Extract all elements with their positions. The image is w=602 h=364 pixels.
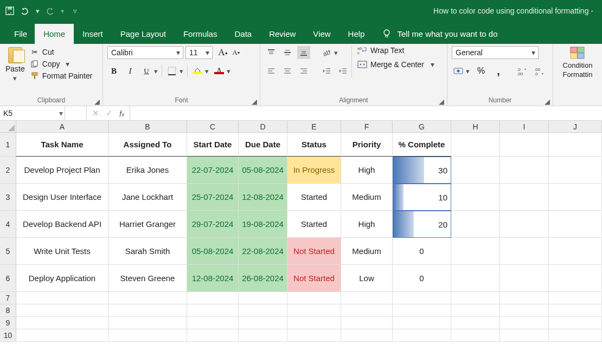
undo-button[interactable] <box>20 5 30 16</box>
cell[interactable] <box>187 317 239 329</box>
cell[interactable] <box>341 329 393 342</box>
cell[interactable] <box>393 292 451 304</box>
cell[interactable] <box>451 317 500 329</box>
cell-due-date[interactable]: 19-08-2024 <box>239 211 287 238</box>
cell[interactable] <box>451 184 500 211</box>
column-header-H[interactable]: H <box>451 121 500 133</box>
cell[interactable] <box>108 292 187 304</box>
cell-status[interactable]: Started <box>287 184 341 211</box>
cell-due-date[interactable]: 26-08-2024 <box>239 265 287 292</box>
cell[interactable] <box>108 317 187 329</box>
cell[interactable] <box>500 317 549 329</box>
cell-task[interactable]: Write Unit Tests <box>16 238 108 265</box>
cell-status[interactable]: In Progress <box>287 157 341 184</box>
cell[interactable] <box>16 292 108 304</box>
tab-page-layout[interactable]: Page Layout <box>112 24 175 44</box>
font-size-combo[interactable]: 11▾ <box>185 46 213 59</box>
cell-pct-complete[interactable]: 30 <box>393 157 451 184</box>
cell-status[interactable]: Not Started <box>287 238 341 265</box>
tab-review[interactable]: Review <box>260 24 304 44</box>
row-header-2[interactable]: 2 <box>0 157 16 184</box>
header-cell[interactable]: Assigned To <box>108 133 187 157</box>
column-header-F[interactable]: F <box>341 121 393 133</box>
worksheet-grid[interactable]: ABCDEFGHIJ 1Task NameAssigned ToStart Da… <box>0 121 602 342</box>
cell-assignee[interactable]: Jane Lockhart <box>108 184 187 211</box>
font-color-button[interactable]: A▾ <box>213 64 231 77</box>
cell[interactable] <box>549 317 602 329</box>
increase-font-size-button[interactable]: A▴ <box>217 46 229 59</box>
cell-assignee[interactable]: Steven Greene <box>108 265 187 292</box>
tab-file[interactable]: File <box>7 24 35 44</box>
decrease-font-size-button[interactable]: A▾ <box>230 46 242 59</box>
cell-assignee[interactable]: Sarah Smith <box>108 238 187 265</box>
number-dialog-launcher[interactable]: ◢ <box>544 98 550 105</box>
italic-button[interactable]: I <box>124 64 137 77</box>
number-format-combo[interactable]: General▾ <box>452 46 539 59</box>
header-cell[interactable]: Start Date <box>187 133 239 157</box>
merge-center-button[interactable]: Merge & Center▾ <box>357 60 434 69</box>
font-name-combo[interactable]: Calibri▾ <box>107 46 183 59</box>
cell[interactable] <box>500 238 549 265</box>
header-cell[interactable]: Priority <box>341 133 393 157</box>
conditional-formatting-button[interactable]: Condition Formattin <box>558 46 598 79</box>
cell[interactable] <box>451 211 500 238</box>
cell[interactable] <box>500 265 549 292</box>
column-header-E[interactable]: E <box>287 121 341 133</box>
cell[interactable] <box>500 211 549 238</box>
formula-bar[interactable] <box>130 106 602 120</box>
cell[interactable] <box>393 317 451 329</box>
row-header-3[interactable]: 3 <box>0 184 16 211</box>
cell[interactable] <box>549 265 602 292</box>
header-cell[interactable]: Due Date <box>239 133 287 157</box>
cell-due-date[interactable]: 05-08-2024 <box>239 157 287 184</box>
underline-button[interactable]: U▾ <box>140 64 158 77</box>
cell[interactable] <box>451 157 500 184</box>
cell[interactable] <box>287 304 341 317</box>
align-middle-button[interactable] <box>281 46 294 59</box>
cell-assignee[interactable]: Erika Jones <box>108 157 187 184</box>
redo-button[interactable] <box>44 5 55 16</box>
cell-task[interactable]: Develop Project Plan <box>16 157 108 184</box>
cell-assignee[interactable]: Harriet Granger <box>108 211 187 238</box>
decrease-indent-button[interactable] <box>320 64 333 77</box>
column-header-D[interactable]: D <box>239 121 287 133</box>
align-center-button[interactable] <box>281 64 294 77</box>
tab-data[interactable]: Data <box>226 24 260 44</box>
header-cell[interactable]: Task Name <box>16 133 108 157</box>
cell[interactable] <box>393 329 451 342</box>
cell[interactable] <box>500 157 549 184</box>
accounting-format-button[interactable]: ▾ <box>452 64 470 77</box>
cell-due-date[interactable]: 22-08-2024 <box>239 238 287 265</box>
cell[interactable] <box>549 329 602 342</box>
cell[interactable] <box>451 265 500 292</box>
cell-start-date[interactable]: 05-08-2024 <box>187 238 239 265</box>
cell-pct-complete[interactable]: 0 <box>393 238 451 265</box>
cell[interactable] <box>108 304 187 317</box>
cell-priority[interactable]: Medium <box>341 238 393 265</box>
column-header-C[interactable]: C <box>187 121 239 133</box>
cell[interactable] <box>187 292 239 304</box>
cell[interactable] <box>451 292 500 304</box>
paste-button[interactable]: Paste ▾ <box>4 46 28 82</box>
row-header-8[interactable]: 8 <box>0 304 16 317</box>
cell[interactable] <box>451 238 500 265</box>
tab-formulas[interactable]: Formulas <box>175 24 226 44</box>
cell[interactable] <box>341 304 393 317</box>
comma-format-button[interactable]: , <box>492 64 505 77</box>
cell-pct-complete[interactable]: 10 <box>393 184 451 211</box>
select-all-corner[interactable] <box>0 121 16 133</box>
cut-button[interactable]: ✂Cut <box>28 47 95 57</box>
name-box[interactable]: K5 ▾ <box>0 106 65 120</box>
cell[interactable] <box>451 329 500 342</box>
cell[interactable] <box>549 211 602 238</box>
row-header-10[interactable]: 10 <box>0 329 16 342</box>
cell[interactable] <box>239 304 287 317</box>
decrease-decimal-button[interactable]: .00.0 <box>533 64 546 77</box>
column-header-G[interactable]: G <box>393 121 451 133</box>
wrap-text-button[interactable]: abcWrap Text <box>357 46 434 55</box>
row-header-7[interactable]: 7 <box>0 292 16 304</box>
cell-start-date[interactable]: 12-08-2024 <box>187 265 239 292</box>
cell[interactable] <box>287 329 341 342</box>
cell[interactable] <box>187 304 239 317</box>
cell[interactable] <box>549 184 602 211</box>
